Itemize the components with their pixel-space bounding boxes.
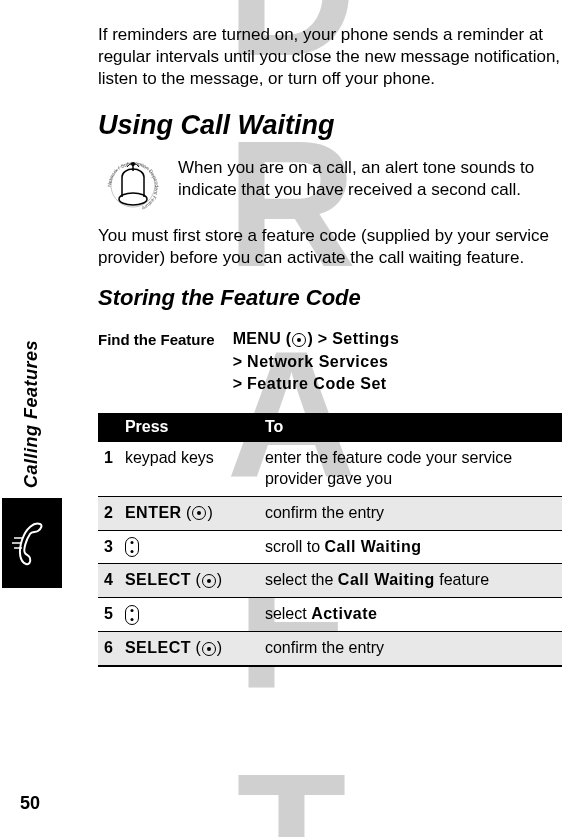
step-num: 2 (98, 496, 119, 530)
menu-word: MENU (233, 330, 281, 347)
table-row: 4 SELECT () select the Call Waiting feat… (98, 564, 562, 598)
table-row: 5 select Activate (98, 598, 562, 632)
scroll-key-icon (125, 537, 139, 557)
to-prefix: select (265, 605, 311, 622)
press-cell: SELECT () (119, 564, 259, 598)
sidebar-section-label: Calling Features (20, 340, 43, 488)
to-suffix: feature (435, 571, 489, 588)
step-num: 3 (98, 530, 119, 564)
table-header-press: Press (119, 413, 259, 442)
press-cell: keypad keys (119, 442, 259, 496)
table-header-to: To (259, 413, 562, 442)
to-prefix: select the (265, 571, 338, 588)
gt3: > (233, 375, 243, 392)
find-feature-label: Find the Feature (98, 328, 215, 350)
section-heading: Using Call Waiting (98, 108, 562, 143)
to-cell: enter the feature code your service prov… (259, 442, 562, 496)
to-cell: scroll to Call Waiting (259, 530, 562, 564)
after-icon-paragraph: You must first store a feature code (sup… (98, 225, 562, 269)
press-cell (119, 530, 259, 564)
to-cell: confirm the entry (259, 496, 562, 530)
press-cell: ENTER () (119, 496, 259, 530)
scroll-key-icon (125, 605, 139, 625)
to-code: Activate (311, 605, 377, 622)
soft-key-icon (202, 574, 216, 588)
to-prefix: scroll to (265, 538, 325, 555)
steps-table: Press To 1 keypad keys enter the feature… (98, 413, 562, 666)
step-num: 1 (98, 442, 119, 496)
table-row: 2 ENTER () confirm the entry (98, 496, 562, 530)
gt: > (318, 330, 328, 347)
select-label: SELECT (125, 571, 191, 588)
step-num: 5 (98, 598, 119, 632)
table-row: 6 SELECT () confirm the entry (98, 631, 562, 665)
find-feature-path: MENU () > Settings > Network Services > … (233, 328, 400, 395)
icon-paragraph-text: When you are on a call, an alert tone so… (178, 157, 562, 201)
find-feature-block: Find the Feature MENU () > Settings > Ne… (98, 328, 562, 395)
phone-icon (2, 498, 62, 588)
page-content: If reminders are turned on, your phone s… (0, 0, 582, 667)
table-row: 1 keypad keys enter the feature code you… (98, 442, 562, 496)
step-num: 6 (98, 631, 119, 665)
intro-paragraph: If reminders are turned on, your phone s… (98, 24, 562, 90)
sub-heading: Storing the Feature Code (98, 284, 562, 313)
page-number: 50 (20, 792, 40, 815)
soft-key-icon (202, 642, 216, 656)
press-cell (119, 598, 259, 632)
menu-item-network: Network Services (247, 353, 388, 370)
to-cell: confirm the entry (259, 631, 562, 665)
press-cell: SELECT () (119, 631, 259, 665)
menu-item-feature-code: Feature Code Set (247, 375, 387, 392)
network-subscription-icon: Network / Subscription Dependent Feature (98, 157, 168, 217)
to-cell: select Activate (259, 598, 562, 632)
step-num: 4 (98, 564, 119, 598)
enter-label: ENTER (125, 504, 182, 521)
soft-key-icon (292, 333, 306, 347)
to-code: Call Waiting (338, 571, 435, 588)
to-code: Call Waiting (324, 538, 421, 555)
svg-point-4 (119, 193, 147, 205)
gt2: > (233, 353, 243, 370)
menu-item-settings: Settings (332, 330, 399, 347)
to-cell: select the Call Waiting feature (259, 564, 562, 598)
sidebar: Calling Features (20, 340, 62, 588)
select-label: SELECT (125, 639, 191, 656)
table-row: 3 scroll to Call Waiting (98, 530, 562, 564)
icon-paragraph-block: Network / Subscription Dependent Feature… (98, 157, 562, 217)
table-header-blank (98, 413, 119, 442)
soft-key-icon (192, 506, 206, 520)
